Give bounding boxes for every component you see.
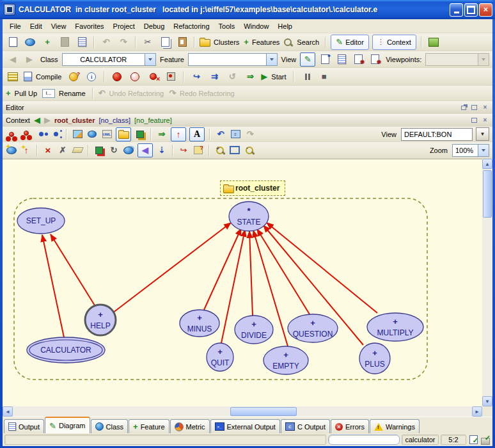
context-cluster-link[interactable]: root_cluster (54, 116, 95, 124)
zoom-combobox[interactable]: 100% (452, 144, 489, 157)
class-combobox[interactable]: CALCULATOR (62, 53, 157, 66)
clickable-view-icon[interactable]: ● (318, 53, 332, 66)
fan-in-toggle-icon[interactable]: ◀ (138, 143, 153, 157)
tab-external-output[interactable]: >_ External Output (210, 419, 280, 433)
tab-errors[interactable]: × Errors (331, 419, 369, 433)
inheritance-relations-icon[interactable] (20, 128, 32, 141)
new-item-icon[interactable]: + (40, 36, 54, 49)
save-icon[interactable] (58, 36, 72, 49)
features-button[interactable]: + Features (244, 36, 281, 49)
scroll-right-button[interactable]: ► (472, 406, 482, 417)
tab-feature[interactable]: + Feature (129, 419, 169, 433)
node-set_up[interactable]: SET_UP (17, 208, 65, 234)
compile-button[interactable]: Compile (24, 70, 63, 83)
edge-divide-state[interactable] (249, 231, 253, 316)
tab-diagram[interactable]: ✎ Diagram (45, 417, 90, 433)
edge-help-set_up[interactable] (51, 234, 95, 305)
close-pane-icon[interactable]: × (481, 116, 489, 124)
cut-icon[interactable]: ✂ (141, 36, 155, 49)
node-plus[interactable]: +PLUS (359, 343, 390, 374)
menu-help[interactable]: Help (273, 21, 297, 31)
copy-icon[interactable] (158, 36, 172, 49)
run-breakpoints-icon[interactable] (110, 70, 124, 83)
run-ignore-breakpoints-icon[interactable] (128, 70, 142, 83)
class-relations-icon[interactable] (6, 128, 17, 141)
diagram-view-combobox[interactable]: DEFAULT:BON (401, 128, 473, 141)
breakpoints-dialog-icon[interactable] (164, 70, 178, 83)
bon-view-icon[interactable] (86, 128, 98, 141)
show-labels-icon[interactable] (134, 128, 146, 141)
maximize-button[interactable] (464, 3, 478, 17)
show-clusters-toggle-icon[interactable] (116, 127, 131, 141)
colors-icon[interactable] (93, 144, 105, 157)
step-into-icon[interactable]: ↪ (189, 70, 203, 83)
tab-metric[interactable]: Metric (170, 419, 210, 433)
menu-debug[interactable]: Debug (139, 21, 169, 31)
cluster-tag[interactable]: root_cluster (220, 180, 285, 196)
scroll-up-button[interactable]: ▲ (482, 159, 492, 169)
tab-output[interactable]: Output (4, 419, 44, 433)
edge-minus-state[interactable] (204, 228, 241, 310)
history-back-icon[interactable]: ◀ (6, 53, 20, 66)
menu-window[interactable]: Window (239, 21, 273, 31)
text-label-icon[interactable]: A (189, 127, 205, 141)
contract-view-icon[interactable]: ❋ (351, 53, 365, 66)
add-note-icon[interactable]: ? (192, 144, 204, 157)
node-multiply[interactable]: +MULTIPLY (367, 313, 423, 341)
remove-anchor-icon[interactable]: ✗ (57, 144, 68, 157)
diagram-canvas[interactable]: SET_UP*STATE+HELPCALCULATOR+MINUS+QUIT+D… (3, 159, 482, 407)
maximize-pane-icon[interactable] (470, 116, 478, 124)
history-forward-icon[interactable]: ▶ (22, 53, 36, 66)
menu-tools[interactable]: Tools (214, 21, 240, 31)
edge-help-state[interactable] (113, 223, 231, 313)
diagram-undo-icon[interactable]: ↶ (215, 128, 226, 141)
fan-out-icon[interactable]: ⇣ (156, 144, 168, 157)
horizontal-scrollbar[interactable]: ◄ ► (3, 406, 482, 417)
step-out-icon[interactable]: ↺ (225, 70, 239, 83)
client-links-icon[interactable] (50, 128, 61, 141)
eraser-icon[interactable] (72, 144, 83, 157)
fit-to-window-icon[interactable] (229, 144, 240, 157)
toggle-ellipses-icon[interactable] (123, 144, 134, 157)
open-project-icon[interactable] (23, 36, 37, 49)
feature-combobox[interactable] (188, 53, 278, 66)
save-all-icon[interactable] (75, 36, 89, 49)
horizontal-scroll-thumb[interactable] (230, 407, 297, 416)
new-inheritance-icon[interactable]: ↑✦ (20, 144, 32, 157)
supplier-links-icon[interactable] (35, 128, 47, 141)
context-forward-icon[interactable]: ▶ (44, 116, 51, 124)
step-over-icon[interactable]: ⇉ (207, 70, 221, 83)
undo-icon[interactable]: ↶ (99, 36, 113, 49)
run-to-cursor-icon[interactable]: ⇒ (243, 70, 257, 83)
undock-icon[interactable] (459, 104, 468, 111)
stop-icon[interactable]: ■ (317, 70, 331, 83)
node-divide[interactable]: +DIVIDE (235, 316, 273, 344)
edge-multiply-state[interactable] (267, 223, 377, 313)
node-empty[interactable]: +EMPTY (263, 346, 308, 374)
menu-file[interactable]: File (5, 21, 26, 31)
node-calculator[interactable]: CALCULATOR (27, 337, 105, 363)
create-links-icon[interactable]: ⇒ (156, 128, 168, 141)
close-pane-icon[interactable]: × (481, 104, 489, 111)
zoom-in-icon[interactable]: + (214, 144, 226, 157)
clusters-button[interactable]: Clusters (200, 36, 240, 49)
info-icon[interactable]: i (84, 70, 98, 83)
clear-breakpoints-icon[interactable]: × (146, 70, 160, 83)
menu-project[interactable]: Project (109, 21, 139, 31)
diagram-history-icon[interactable]: ≡ (230, 128, 241, 141)
search-button[interactable]: Search (284, 36, 320, 49)
maximize-pane-icon[interactable] (470, 104, 478, 111)
pull-up-button[interactable]: + Pull Up (6, 87, 38, 100)
menu-view[interactable]: View (47, 21, 71, 31)
node-state[interactable]: *STATE (229, 202, 269, 231)
chevron-down-icon[interactable] (145, 54, 155, 65)
project-settings-icon[interactable] (6, 70, 20, 83)
delete-icon[interactable]: × (42, 144, 54, 157)
menu-refactoring[interactable]: Refactoring (169, 21, 214, 31)
context-back-icon[interactable]: ◀ (34, 116, 40, 124)
menu-edit[interactable]: Edit (26, 21, 47, 31)
new-window-icon[interactable] (6, 36, 20, 49)
compile-overrides-icon[interactable]: ? (67, 70, 81, 83)
node-quit[interactable]: +QUIT (207, 343, 233, 371)
export-image-icon[interactable] (72, 128, 83, 141)
